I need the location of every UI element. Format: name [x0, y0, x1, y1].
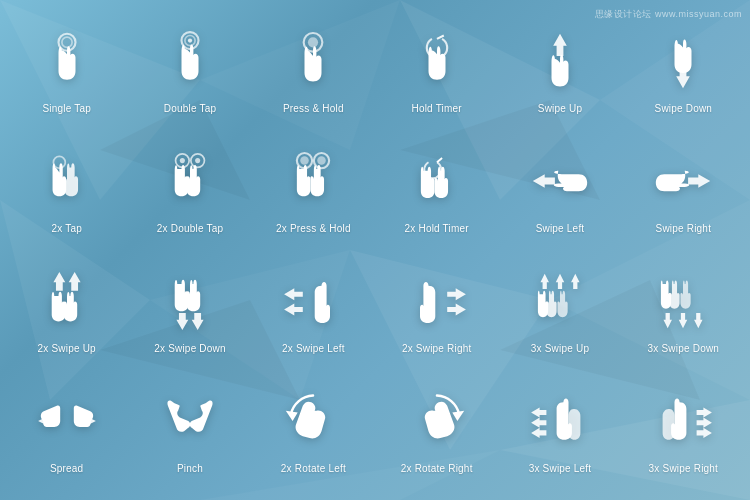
gesture-swipe-up: Swipe Up — [498, 10, 621, 130]
svg-marker-53 — [286, 411, 298, 421]
2x-swipe-left-label: 2x Swipe Left — [282, 343, 345, 355]
svg-point-29 — [195, 158, 200, 163]
svg-marker-39 — [176, 313, 188, 330]
svg-marker-36 — [688, 174, 710, 188]
svg-marker-40 — [192, 313, 204, 330]
2x-rotate-right-icon — [401, 385, 473, 457]
gesture-2x-tap: 2x Tap — [5, 130, 128, 250]
swipe-down-label: Swipe Down — [655, 103, 713, 115]
svg-marker-43 — [447, 288, 466, 300]
gesture-grid: Single Tap Double Tap Press & Hold — [0, 0, 750, 500]
gesture-2x-press-hold: 2x Press & Hold — [252, 130, 375, 250]
svg-marker-58 — [697, 407, 712, 417]
svg-marker-23 — [553, 34, 567, 56]
svg-marker-41 — [284, 288, 303, 300]
3x-swipe-right-label: 3x Swipe Right — [649, 463, 719, 475]
svg-marker-46 — [556, 274, 565, 289]
swipe-right-label: Swipe Right — [656, 223, 712, 235]
svg-point-21 — [308, 37, 318, 47]
swipe-left-icon — [524, 145, 596, 217]
single-tap-icon — [31, 25, 103, 97]
pinch-label: Pinch — [177, 463, 203, 475]
gesture-2x-swipe-up: 2x Swipe Up — [5, 250, 128, 370]
gesture-2x-double-tap: 2x Double Tap — [128, 130, 251, 250]
2x-swipe-down-label: 2x Swipe Down — [154, 343, 226, 355]
svg-marker-59 — [697, 418, 712, 428]
gesture-press-hold: Press & Hold — [252, 10, 375, 130]
3x-swipe-left-label: 3x Swipe Left — [529, 463, 592, 475]
gesture-2x-rotate-right: 2x Rotate Right — [375, 370, 498, 490]
gesture-single-tap: Single Tap — [5, 10, 128, 130]
gesture-2x-rotate-left: 2x Rotate Left — [252, 370, 375, 490]
svg-marker-44 — [447, 304, 466, 316]
spread-label: Spread — [50, 463, 83, 475]
3x-swipe-up-label: 3x Swipe Up — [531, 343, 589, 355]
svg-marker-35 — [533, 174, 555, 188]
double-tap-label: Double Tap — [164, 103, 216, 115]
2x-tap-label: 2x Tap — [51, 223, 81, 235]
single-tap-label: Single Tap — [42, 103, 91, 115]
svg-point-31 — [301, 156, 310, 165]
press-hold-icon — [277, 25, 349, 97]
gesture-2x-swipe-left: 2x Swipe Left — [252, 250, 375, 370]
2x-swipe-right-label: 2x Swipe Right — [402, 343, 472, 355]
svg-marker-56 — [531, 418, 546, 428]
gesture-3x-swipe-up: 3x Swipe Up — [498, 250, 621, 370]
svg-marker-48 — [664, 313, 673, 328]
svg-point-16 — [62, 37, 72, 47]
swipe-up-label: Swipe Up — [538, 103, 582, 115]
svg-marker-49 — [679, 313, 688, 328]
gesture-hold-timer: Hold Timer — [375, 10, 498, 130]
svg-marker-47 — [571, 274, 580, 289]
pinch-icon — [154, 385, 226, 457]
gesture-2x-hold-timer: 2x Hold Timer — [375, 130, 498, 250]
svg-marker-57 — [531, 428, 546, 438]
gesture-swipe-right: Swipe Right — [622, 130, 745, 250]
2x-swipe-up-icon — [31, 265, 103, 337]
2x-swipe-right-icon — [401, 265, 473, 337]
swipe-up-icon — [524, 25, 596, 97]
svg-marker-42 — [284, 304, 303, 316]
watermark: 思缘设计论坛 www.missyuan.com — [595, 8, 742, 21]
2x-rotate-left-icon — [277, 385, 349, 457]
swipe-down-icon — [647, 25, 719, 97]
double-tap-icon — [154, 25, 226, 97]
gesture-2x-swipe-down: 2x Swipe Down — [128, 250, 251, 370]
3x-swipe-down-icon — [647, 265, 719, 337]
svg-point-33 — [318, 156, 327, 165]
hold-timer-label: Hold Timer — [411, 103, 461, 115]
svg-marker-37 — [53, 272, 65, 291]
svg-marker-55 — [531, 407, 546, 417]
svg-line-34 — [437, 158, 442, 162]
2x-swipe-left-icon — [277, 265, 349, 337]
gesture-3x-swipe-down: 3x Swipe Down — [622, 250, 745, 370]
gesture-3x-swipe-right: 3x Swipe Right — [622, 370, 745, 490]
gesture-2x-swipe-right: 2x Swipe Right — [375, 250, 498, 370]
2x-tap-icon — [31, 145, 103, 217]
svg-marker-45 — [540, 274, 549, 289]
2x-rotate-left-label: 2x Rotate Left — [281, 463, 346, 475]
svg-marker-38 — [68, 272, 80, 291]
2x-press-hold-icon — [277, 145, 349, 217]
2x-double-tap-icon — [154, 145, 226, 217]
3x-swipe-up-icon — [524, 265, 596, 337]
press-hold-label: Press & Hold — [283, 103, 344, 115]
swipe-right-icon — [647, 145, 719, 217]
gesture-spread: Spread — [5, 370, 128, 490]
svg-point-19 — [188, 38, 192, 42]
swipe-left-label: Swipe Left — [536, 223, 585, 235]
3x-swipe-left-icon — [524, 385, 596, 457]
3x-swipe-down-label: 3x Swipe Down — [648, 343, 720, 355]
svg-marker-50 — [694, 313, 703, 328]
gesture-swipe-down: Swipe Down — [622, 10, 745, 130]
gesture-3x-swipe-left: 3x Swipe Left — [498, 370, 621, 490]
2x-rotate-right-label: 2x Rotate Right — [401, 463, 473, 475]
svg-marker-54 — [452, 411, 464, 421]
2x-double-tap-label: 2x Double Tap — [157, 223, 223, 235]
svg-marker-60 — [697, 428, 712, 438]
spread-icon — [31, 385, 103, 457]
svg-point-25 — [53, 156, 65, 168]
hold-timer-icon — [401, 25, 473, 97]
3x-swipe-right-icon — [647, 385, 719, 457]
svg-point-27 — [180, 158, 185, 163]
